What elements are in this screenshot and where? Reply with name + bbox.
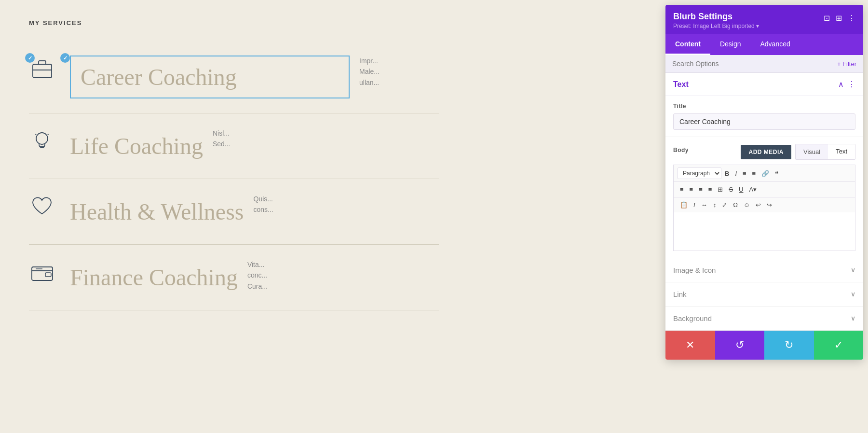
italic-button[interactable]: I: [732, 168, 739, 179]
section-more-icon[interactable]: ⋮: [848, 80, 855, 89]
undo-button[interactable]: ↩: [753, 200, 763, 210]
link-chevron: ∨: [851, 290, 855, 298]
image-icon-chevron: ∨: [851, 266, 855, 274]
paste-text-button[interactable]: 📋: [678, 200, 690, 210]
image-icon-section[interactable]: Image & Icon ∨: [665, 258, 863, 282]
table-button[interactable]: ⊞: [715, 184, 725, 195]
title-label: Title: [673, 103, 855, 110]
editor-tabs: Visual Text: [795, 144, 855, 160]
background-title: Background: [673, 314, 712, 322]
fullscreen-button[interactable]: ⤢: [719, 200, 730, 210]
body-label: Body: [673, 147, 689, 154]
panel-title-area: Blurb Settings Preset: Image Left Big im…: [673, 12, 824, 29]
editor-tab-visual[interactable]: Visual: [796, 144, 828, 159]
emoji-button[interactable]: ☺: [741, 200, 752, 210]
link-button[interactable]: 🔗: [759, 168, 772, 179]
panel-tabs: Content Design Advanced: [665, 34, 863, 55]
indent-button[interactable]: ↔: [699, 200, 710, 210]
service-item-career[interactable]: Career Coaching Impr...Male...ullan...: [29, 41, 439, 113]
panel-header-icons: ⊡ ⊞ ⋮: [824, 14, 855, 23]
svg-line-6: [36, 134, 37, 135]
svg-rect-0: [33, 64, 52, 78]
background-section[interactable]: Background ∨: [665, 307, 863, 331]
unordered-list-button[interactable]: ≡: [740, 168, 749, 179]
service-item-life[interactable]: Life Coaching Nisl...Sed...: [29, 113, 439, 179]
search-input[interactable]: [672, 60, 837, 68]
collapse-icon[interactable]: ∧: [838, 80, 844, 89]
health-title: Health & Wellness: [70, 194, 244, 230]
ordered-list-button[interactable]: ≡: [750, 168, 759, 179]
lightbulb-icon: [29, 128, 55, 154]
confirm-button[interactable]: ✓: [814, 331, 864, 360]
edit-dot-left[interactable]: [25, 53, 35, 63]
layout-icon[interactable]: ⊞: [836, 14, 842, 23]
title-field-group: Title: [665, 96, 863, 137]
redo-button[interactable]: ↪: [764, 200, 774, 210]
align-justify-button[interactable]: ≡: [706, 184, 715, 195]
italic2-button[interactable]: I: [691, 200, 698, 210]
heart-icon: [29, 194, 55, 220]
settings-panel: Blurb Settings Preset: Image Left Big im…: [665, 5, 863, 360]
toolbar-row-1: Paragraph Heading 1 Heading 2 B I ≡ ≡ 🔗 …: [673, 165, 855, 182]
search-bar: + Filter: [665, 55, 863, 73]
tab-advanced[interactable]: Advanced: [750, 34, 800, 55]
editor-tab-text[interactable]: Text: [828, 144, 855, 159]
title-input[interactable]: [673, 113, 855, 130]
redo-history-button[interactable]: ↻: [764, 331, 814, 360]
blockquote-button[interactable]: ❝: [773, 168, 781, 179]
service-item-finance[interactable]: Finance Coaching Vita...conc...Cura...: [29, 245, 439, 310]
align-center-button[interactable]: ≡: [687, 184, 696, 195]
panel-header: Blurb Settings Preset: Image Left Big im…: [665, 5, 863, 34]
wallet-icon: [29, 259, 55, 286]
bottom-bar: ✕ ↺ ↻ ✓: [665, 331, 863, 360]
career-title-box: Career Coaching: [70, 56, 350, 98]
paragraph-select[interactable]: Paragraph Heading 1 Heading 2: [678, 168, 721, 179]
toolbar-row-2: ≡ ≡ ≡ ≡ ⊞ S U A▾: [673, 182, 855, 197]
health-text: Quis...cons...: [254, 194, 273, 215]
section-controls: ∧ ⋮: [838, 80, 855, 89]
add-media-button[interactable]: ADD MEDIA: [741, 145, 791, 159]
career-title-selected[interactable]: Career Coaching: [70, 56, 350, 98]
finance-text: Vita...conc...Cura...: [247, 259, 268, 292]
body-header: Body ADD MEDIA Visual Text: [673, 144, 855, 160]
tab-content[interactable]: Content: [665, 34, 710, 55]
link-title: Link: [673, 290, 687, 298]
expand-icon[interactable]: ⊡: [824, 14, 830, 23]
undo-history-button[interactable]: ↺: [715, 331, 765, 360]
finance-title: Finance Coaching: [70, 259, 238, 295]
body-section: Body ADD MEDIA Visual Text Paragraph Hea…: [665, 137, 863, 258]
text-section-header: Text ∧ ⋮: [665, 73, 863, 96]
align-left-button[interactable]: ≡: [678, 184, 686, 195]
svg-point-2: [36, 133, 48, 144]
life-title: Life Coaching: [70, 128, 203, 164]
image-icon-title: Image & Icon: [673, 266, 716, 274]
special-chars-button[interactable]: Ω: [731, 200, 740, 210]
editor-area[interactable]: [673, 212, 855, 251]
text-section-title: Text: [673, 80, 689, 89]
underline-button[interactable]: U: [736, 184, 746, 195]
section-label: MY SERVICES: [29, 19, 439, 27]
bold-button[interactable]: B: [722, 168, 732, 179]
filter-button[interactable]: + Filter: [837, 60, 856, 68]
life-text: Nisl...Sed...: [213, 128, 231, 150]
more-icon[interactable]: ⋮: [848, 14, 855, 23]
service-item-health[interactable]: Health & Wellness Quis...cons...: [29, 179, 439, 245]
career-text: Impr...Male...ullan...: [359, 56, 380, 88]
edit-dot-right[interactable]: [60, 53, 70, 63]
svg-line-5: [48, 134, 49, 135]
main-content: MY SERVICES Career Coaching Impr...Male.…: [0, 0, 468, 433]
link-section[interactable]: Link ∨: [665, 282, 863, 307]
tab-design[interactable]: Design: [710, 34, 751, 55]
panel-preset[interactable]: Preset: Image Left Big imported ▾: [673, 23, 824, 29]
svg-rect-8: [45, 273, 51, 277]
text-color-button[interactable]: A▾: [746, 184, 759, 195]
career-title: Career Coaching: [81, 64, 339, 90]
outdent-button[interactable]: ↕: [711, 200, 719, 210]
cancel-button[interactable]: ✕: [665, 331, 715, 360]
background-chevron: ∨: [851, 314, 855, 322]
panel-body: Text ∧ ⋮ Title Body ADD MEDIA Visual Tex…: [665, 73, 863, 331]
strikethrough-button[interactable]: S: [726, 184, 735, 195]
align-right-button[interactable]: ≡: [696, 184, 705, 195]
toolbar-row-3: 📋 I ↔ ↕ ⤢ Ω ☺ ↩ ↪: [673, 197, 855, 212]
panel-title: Blurb Settings: [673, 12, 824, 22]
